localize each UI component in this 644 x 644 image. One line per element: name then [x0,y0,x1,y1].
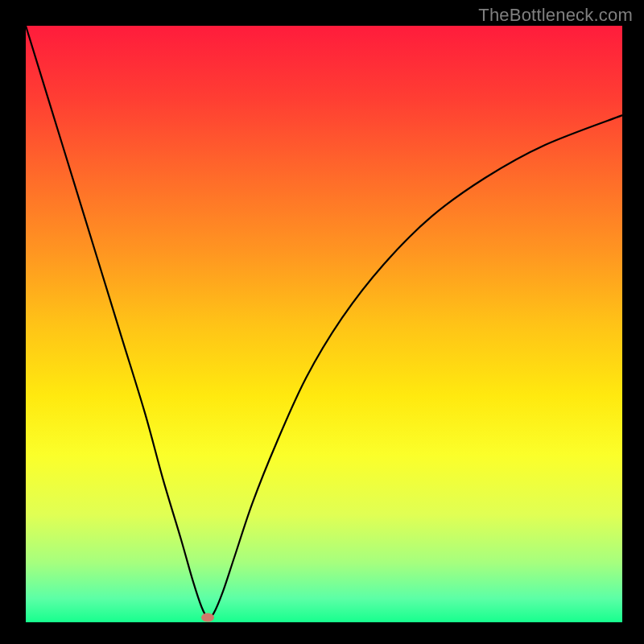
watermark-text: TheBottleneck.com [478,5,633,26]
bottleneck-chart [0,0,644,644]
chart-frame: TheBottleneck.com [0,0,644,644]
plot-background [26,26,622,622]
min-point-marker [201,613,214,622]
